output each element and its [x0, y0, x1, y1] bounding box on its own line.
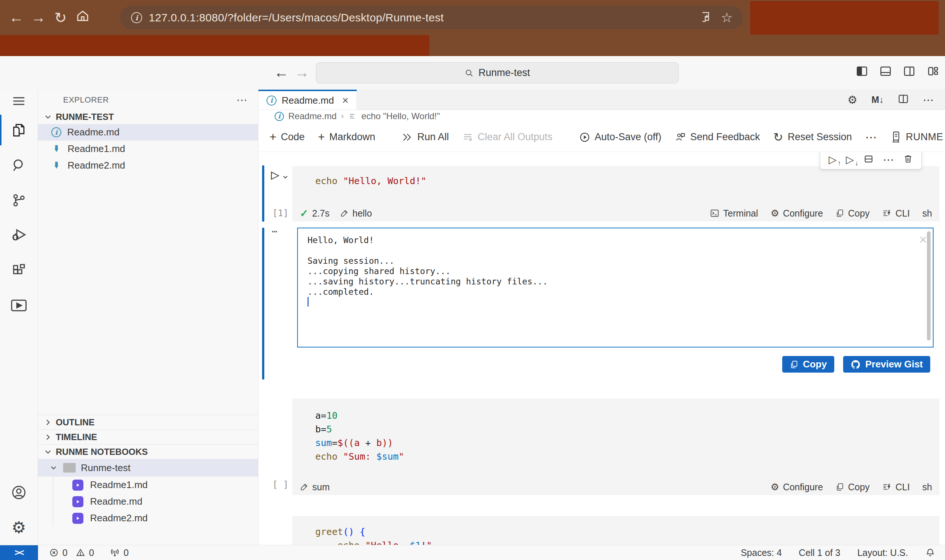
accounts-icon[interactable]	[0, 475, 38, 510]
runme-activity-icon[interactable]	[0, 288, 38, 323]
configure-action[interactable]: ⚙ Configure	[771, 482, 823, 493]
runme-play-icon	[72, 513, 83, 524]
execute-above-icon[interactable]: ▷↑	[829, 154, 837, 166]
pencil-icon	[300, 483, 308, 491]
tab-readme[interactable]: i Readme.md ×	[258, 90, 357, 109]
breadcrumb-cell[interactable]: echo "Hello, World!"	[361, 111, 440, 122]
code-cell-2[interactable]: a=10b=5sum=$((a + b))echo "Sum: $sum" su…	[292, 398, 939, 495]
cell-position-indicator[interactable]: Cell 1 of 3	[799, 548, 840, 558]
cell-status-bar: ✓ 2.7s hello	[292, 205, 939, 222]
workspace-root[interactable]: RUNME-TEST	[38, 110, 258, 124]
run-all-button[interactable]: Run All	[402, 131, 449, 143]
code-editor[interactable]: a=10b=5sum=$((a + b))echo "Sum: $sum"	[292, 398, 939, 463]
browser-back-icon[interactable]: ←	[5, 9, 27, 26]
history-forward-icon[interactable]: →	[294, 64, 309, 81]
extensions-activity-icon[interactable]	[0, 253, 38, 288]
delete-cell-icon[interactable]	[903, 154, 913, 166]
close-tab-icon[interactable]: ×	[342, 94, 349, 107]
address-bar[interactable]: i 127.0.0.1:8080/?folder=/Users/macos/De…	[120, 6, 743, 29]
site-info-icon[interactable]: i	[131, 12, 142, 23]
cli-action[interactable]: CLI	[882, 208, 910, 219]
toggle-secondary-sidebar-icon[interactable]	[903, 65, 916, 77]
toggle-sidebar-icon[interactable]	[856, 65, 868, 77]
cell-name[interactable]: hello	[340, 208, 372, 219]
code-editor[interactable]: greet() { echo "Hello, $1!"	[292, 516, 939, 545]
toggle-panel-icon[interactable]	[879, 65, 892, 77]
preview-gist-button[interactable]: Preview Gist	[843, 356, 930, 372]
configure-action[interactable]: ⚙ Configure	[771, 208, 823, 219]
cell-language[interactable]: sh	[922, 208, 932, 219]
notifications-bell-icon[interactable]	[925, 548, 936, 558]
menu-hamburger-icon[interactable]	[0, 90, 38, 112]
browser-forward-icon[interactable]: →	[27, 9, 49, 26]
output-scrollbar[interactable]	[927, 231, 931, 340]
output-line: Saving session...	[307, 255, 933, 266]
command-center[interactable]: Runme-test	[316, 62, 678, 83]
outline-section[interactable]: OUTLINE	[38, 415, 258, 429]
search-activity-icon[interactable]	[0, 148, 38, 183]
copy-output-button[interactable]: Copy	[782, 356, 834, 372]
auto-save-toggle[interactable]: Auto-Save (off)	[579, 131, 661, 143]
code-token: $sum	[376, 451, 399, 462]
explorer-more-actions-icon[interactable]: ⋯	[237, 93, 248, 106]
copy-action[interactable]: Copy	[836, 482, 869, 492]
output-line: ...copying shared history...	[307, 266, 933, 276]
copy-action[interactable]: Copy	[836, 208, 869, 219]
reset-session-button[interactable]: ↻ Reset Session	[773, 130, 852, 144]
clear-all-outputs-button[interactable]: Clear All Outputs	[462, 131, 553, 143]
install-app-icon[interactable]	[698, 10, 711, 25]
history-back-icon[interactable]: ←	[274, 64, 289, 81]
output-line	[307, 245, 933, 255]
code-line: echo "Hello, $1!"	[315, 538, 939, 545]
bookmark-star-icon[interactable]: ☆	[721, 10, 733, 25]
code-cell-1[interactable]: echo "Hello, World!" ✓ 2.7s hello	[292, 166, 939, 222]
file-row-readme1[interactable]: Readme1.md	[38, 140, 258, 157]
cell-more-icon[interactable]: ⋯	[883, 153, 894, 166]
split-cell-icon[interactable]	[863, 154, 874, 166]
add-code-button[interactable]: + Code	[270, 130, 305, 144]
browser-home-icon[interactable]	[72, 8, 94, 26]
file-row-readme2[interactable]: Readme2.md	[38, 157, 258, 174]
source-control-activity-icon[interactable]	[0, 183, 38, 218]
terminal-output[interactable]: Hello, World! Saving session......copyin…	[297, 228, 934, 348]
terminal-action[interactable]: Terminal	[710, 208, 758, 219]
timeline-section[interactable]: TIMELINE	[38, 429, 258, 444]
split-editor-icon[interactable]	[898, 93, 909, 106]
problems-indicator[interactable]: 0 0	[49, 548, 94, 558]
run-debug-activity-icon[interactable]	[0, 218, 38, 253]
clear-output-close-icon[interactable]: ×	[919, 232, 927, 248]
customize-layout-icon[interactable]	[927, 65, 939, 77]
run-cell-button[interactable]: ▷	[271, 168, 289, 182]
notebook-file-row[interactable]: Readme.md	[53, 493, 258, 510]
breadcrumb-file[interactable]: Readme.md	[288, 111, 337, 122]
notebook-folder-row[interactable]: Runme-test	[38, 459, 258, 477]
indentation-indicator[interactable]: Spaces: 4	[741, 548, 782, 558]
copy-icon	[836, 483, 844, 491]
toolbar-more-icon[interactable]: ⋯	[865, 130, 877, 144]
ports-indicator[interactable]: 0	[109, 548, 129, 558]
gear-icon: ⚙	[771, 482, 779, 493]
file-row-readme[interactable]: i Readme.md	[38, 124, 258, 140]
cell-language[interactable]: sh	[922, 482, 932, 492]
code-token: {	[354, 526, 365, 537]
code-token: "Hello, World!"	[343, 175, 426, 186]
remote-indicator[interactable]: ><	[0, 545, 38, 560]
more-actions-icon[interactable]: ⋯	[923, 93, 934, 106]
explorer-activity-icon[interactable]	[0, 112, 38, 148]
send-feedback-button[interactable]: Send Feedback	[675, 131, 760, 143]
cell-name[interactable]: sum	[300, 482, 330, 492]
collapse-output-icon[interactable]: ⋯	[272, 226, 278, 237]
browser-reload-icon[interactable]: ↻	[49, 9, 72, 26]
runme-notebooks-section[interactable]: RUNME NOTEBOOKS	[38, 444, 258, 459]
notebook-file-row[interactable]: Readme1.md	[53, 477, 258, 493]
code-cell-3[interactable]: greet() { echo "Hello, $1!"	[292, 516, 939, 545]
add-markdown-button[interactable]: + Markdown	[318, 130, 375, 144]
keyboard-layout-indicator[interactable]: Layout: U.S.	[857, 548, 908, 558]
execute-below-icon[interactable]: ▷↓	[846, 154, 854, 166]
settings-gear-icon[interactable]: ⚙	[0, 510, 38, 545]
symbol-list-icon	[348, 112, 357, 121]
notebook-file-row[interactable]: Readme2.md	[53, 510, 258, 526]
export-markdown-icon[interactable]: M↓	[871, 94, 884, 105]
notebook-settings-gear-icon[interactable]: ⚙	[848, 93, 857, 106]
cli-action[interactable]: CLI	[882, 482, 910, 492]
